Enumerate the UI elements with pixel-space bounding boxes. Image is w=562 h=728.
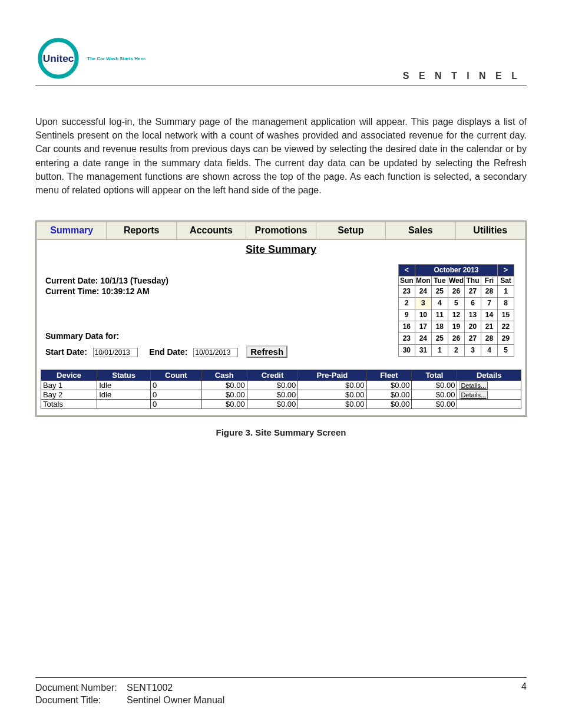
end-date-input[interactable] — [193, 348, 238, 357]
cell: $0.00 — [298, 390, 366, 400]
current-time: Current Time: 10:39:12 AM — [45, 286, 287, 296]
cell — [457, 400, 521, 409]
cal-day[interactable]: 5 — [448, 298, 464, 309]
col-header: Device — [41, 370, 97, 381]
col-header: Details — [457, 370, 521, 381]
cell: $0.00 — [298, 381, 366, 390]
table-row: Totals0$0.00$0.00$0.00$0.00$0.00 — [41, 400, 521, 409]
cal-day[interactable]: 6 — [465, 298, 481, 309]
cal-day[interactable]: 27 — [465, 333, 481, 345]
cal-day[interactable]: 25 — [431, 333, 448, 345]
cell: $0.00 — [298, 400, 366, 409]
cal-day[interactable]: 14 — [481, 309, 498, 321]
cal-day[interactable]: 22 — [498, 321, 514, 333]
cal-day-header: Sat — [498, 276, 514, 286]
cell: $0.00 — [366, 390, 412, 400]
footer-meta: Document Number:SENT1002 Document Title:… — [35, 681, 224, 707]
cell: $0.00 — [366, 400, 412, 409]
details-button[interactable]: Details... — [459, 391, 488, 399]
cell: Idle — [97, 390, 151, 400]
cell: $0.00 — [201, 381, 247, 390]
cal-day[interactable]: 19 — [448, 321, 464, 333]
tab-setup[interactable]: Setup — [316, 222, 386, 239]
tab-summary[interactable]: Summary — [37, 222, 107, 239]
cell: $0.00 — [412, 381, 457, 390]
cal-day-header: Wed — [448, 276, 464, 286]
cell: $0.00 — [412, 390, 457, 400]
cal-day[interactable]: 20 — [465, 321, 481, 333]
app-screenshot: SummaryReportsAccountsPromotionsSetupSal… — [35, 220, 527, 417]
cal-day[interactable]: 8 — [498, 298, 514, 309]
cell: $0.00 — [247, 400, 298, 409]
cal-day[interactable]: 30 — [398, 345, 415, 357]
cal-day[interactable]: 11 — [431, 309, 448, 321]
cal-day[interactable]: 28 — [481, 286, 498, 298]
end-date-label: End Date: — [149, 347, 187, 357]
cal-day[interactable]: 28 — [481, 333, 498, 345]
cal-day[interactable]: 7 — [481, 298, 498, 309]
page-number: 4 — [521, 681, 527, 707]
cal-day[interactable]: 23 — [398, 286, 415, 298]
cal-day[interactable]: 26 — [448, 333, 464, 345]
cal-day[interactable]: 27 — [465, 286, 481, 298]
cell: Bay 2 — [41, 390, 97, 400]
header-divider — [35, 85, 527, 85]
figure-caption: Figure 3. Site Summary Screen — [35, 427, 527, 437]
cal-day[interactable]: 17 — [415, 321, 431, 333]
cal-day-header: Sun — [398, 276, 415, 286]
cal-day[interactable]: 16 — [398, 321, 415, 333]
tab-utilities[interactable]: Utilities — [456, 222, 525, 239]
cal-day[interactable]: 15 — [498, 309, 514, 321]
svg-text:Unitec: Unitec — [43, 52, 74, 64]
cal-day[interactable]: 4 — [431, 298, 448, 309]
cal-day[interactable]: 3 — [465, 345, 481, 357]
cal-day[interactable]: 24 — [415, 286, 431, 298]
cell: Details... — [457, 381, 521, 390]
cell: Idle — [97, 381, 151, 390]
cal-prev-button[interactable]: < — [398, 265, 415, 276]
tab-sales[interactable]: Sales — [386, 222, 455, 239]
tab-promotions[interactable]: Promotions — [246, 222, 316, 239]
cell — [97, 400, 151, 409]
tab-accounts[interactable]: Accounts — [177, 222, 246, 239]
cal-day[interactable]: 9 — [398, 309, 415, 321]
cell: $0.00 — [247, 381, 298, 390]
summary-data-label: Summary Data for: — [45, 331, 287, 341]
col-header: Count — [151, 370, 202, 381]
details-button[interactable]: Details... — [459, 381, 488, 390]
cal-day[interactable]: 18 — [431, 321, 448, 333]
cal-day[interactable]: 2 — [448, 345, 464, 357]
cal-day[interactable]: 4 — [481, 345, 498, 357]
cell: $0.00 — [201, 390, 247, 400]
body-paragraph: Upon successful log-in, the Summary page… — [35, 115, 527, 197]
cal-day[interactable]: 1 — [431, 345, 448, 357]
cal-next-button[interactable]: > — [498, 265, 514, 276]
cal-day[interactable]: 2 — [398, 298, 415, 309]
calendar: < October 2013 > SunMonTueWedThuFriSat 2… — [398, 264, 514, 357]
cal-day[interactable]: 12 — [448, 309, 464, 321]
cal-day[interactable]: 23 — [398, 333, 415, 345]
cal-day[interactable]: 26 — [448, 286, 464, 298]
cal-day[interactable]: 3 — [415, 298, 431, 309]
tab-reports[interactable]: Reports — [107, 222, 176, 239]
cell: $0.00 — [366, 381, 412, 390]
cal-day[interactable]: 1 — [498, 286, 514, 298]
unitec-logo: Unitec — [35, 35, 81, 81]
cal-day[interactable]: 21 — [481, 321, 498, 333]
panel-title: Site Summary — [41, 243, 521, 256]
cell: Details... — [457, 390, 521, 400]
refresh-button[interactable]: Refresh — [246, 345, 287, 358]
cal-day[interactable]: 25 — [431, 286, 448, 298]
summary-table: DeviceStatusCountCashCreditPre-PaidFleet… — [41, 370, 521, 409]
cal-day[interactable]: 5 — [498, 345, 514, 357]
cal-day[interactable]: 13 — [465, 309, 481, 321]
start-date-input[interactable] — [93, 348, 138, 357]
cal-day[interactable]: 24 — [415, 333, 431, 345]
cal-day[interactable]: 10 — [415, 309, 431, 321]
cell: 0 — [151, 400, 202, 409]
cell: 0 — [151, 381, 202, 390]
cal-day[interactable]: 31 — [415, 345, 431, 357]
cal-day[interactable]: 29 — [498, 333, 514, 345]
main-tabs: SummaryReportsAccountsPromotionsSetupSal… — [36, 221, 526, 240]
cal-month: October 2013 — [415, 265, 497, 276]
